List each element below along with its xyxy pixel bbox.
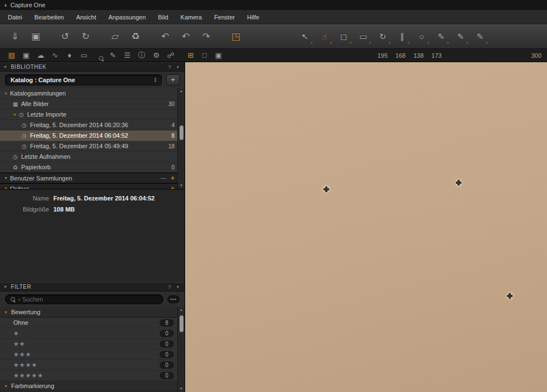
- scroll-thumb[interactable]: [180, 315, 183, 332]
- menu-item-ansicht[interactable]: Ansicht: [76, 14, 96, 21]
- menu-item-datei[interactable]: Datei: [8, 14, 22, 21]
- redo-icon[interactable]: ↻: [77, 31, 94, 42]
- adjustment-pen-tool-icon[interactable]: ✎▾: [471, 28, 489, 45]
- catalog-select[interactable]: Katalog : Capture One ▴▾: [5, 74, 162, 86]
- tree-scrollbar[interactable]: ▲ ▼: [177, 88, 185, 189]
- crop-tab-icon[interactable]: ▭: [78, 51, 90, 59]
- rating-filter-row[interactable]: ★★0: [0, 339, 177, 349]
- scroll-up-icon[interactable]: ▲: [180, 307, 183, 313]
- tree-item[interactable]: ◷Freitag, 5. Dezember 2014 06:20:364: [0, 120, 177, 130]
- rating-filter-row[interactable]: ★0: [0, 328, 177, 339]
- rating-filter-row[interactable]: ★★★★★0: [0, 370, 177, 381]
- rating-count: 8: [160, 319, 174, 326]
- clone-pen-tool-icon[interactable]: ✎▾: [451, 28, 470, 45]
- select-tool-icon[interactable]: ↖▾: [296, 28, 314, 45]
- disclosure-triangle-icon[interactable]: ▼: [4, 187, 10, 189]
- undo-icon[interactable]: ↺: [57, 31, 73, 42]
- rating-filter-row[interactable]: ★★★0: [0, 349, 177, 360]
- disclosure-triangle-icon[interactable]: ▼: [4, 176, 10, 180]
- pan-tool-icon[interactable]: ☝▾: [315, 28, 334, 45]
- grid-view-icon[interactable]: ⊞: [185, 51, 197, 59]
- add-collection-icon[interactable]: +: [171, 174, 175, 182]
- search-scope-icon[interactable]: ▾: [18, 298, 20, 301]
- filter-panel-header[interactable]: ▼ FILTER ? ▾: [0, 282, 185, 292]
- tree-item[interactable]: ♻Papierkorb0: [0, 162, 177, 173]
- rating-filter-row[interactable]: Ohne8: [0, 318, 177, 328]
- scroll-thumb[interactable]: [180, 125, 183, 140]
- delete-icon[interactable]: ♻: [127, 31, 144, 42]
- menu-item-bild[interactable]: Bild: [158, 14, 168, 21]
- search-row: ▾ •••: [0, 292, 185, 307]
- rating-filter-row[interactable]: ★★★★0: [0, 360, 177, 370]
- curves-tab-icon[interactable]: ∿: [49, 51, 61, 59]
- spot-tool-icon[interactable]: ○▾: [412, 28, 431, 45]
- apply-back-icon[interactable]: ↶: [177, 31, 194, 42]
- capture-icon[interactable]: ▣: [27, 31, 44, 42]
- scroll-down-icon[interactable]: ▼: [180, 183, 183, 189]
- color-tag-group-header[interactable]: ▼ Farbmarkierung: [0, 381, 177, 391]
- tree-item[interactable]: ▼◷Letzte Importe: [0, 109, 177, 120]
- straighten-tool-icon[interactable]: ∥▾: [393, 28, 411, 45]
- library-tab-icon[interactable]: ▤: [6, 51, 18, 59]
- heal-pen-tool-icon[interactable]: ✎▾: [432, 28, 450, 45]
- scroll-down-icon[interactable]: ▼: [180, 386, 183, 392]
- menu-item-anpassungen[interactable]: Anpassungen: [108, 14, 146, 21]
- apply-forward-icon[interactable]: ↷: [198, 31, 215, 42]
- remove-collection-icon[interactable]: —: [161, 185, 166, 189]
- open-folder-icon[interactable]: ▱: [107, 31, 123, 42]
- disclosure-triangle-icon[interactable]: ▼: [4, 92, 10, 96]
- crop-tool-icon[interactable]: ▭▾: [354, 28, 372, 45]
- copy-adjustments-icon[interactable]: ◳: [227, 31, 244, 42]
- menu-item-kamera[interactable]: Kamera: [181, 14, 202, 21]
- collection-section-benutzer-sammlungen[interactable]: ▼Benutzer Sammlungen—+: [0, 173, 177, 183]
- rating-group-header[interactable]: ▼ Bewertung: [0, 307, 177, 318]
- library-panel-header[interactable]: ▼ BIBLIOTHEK ? ▾: [0, 62, 185, 72]
- output-tab-icon[interactable]: ☍: [165, 51, 177, 59]
- color-tab-icon[interactable]: ♦: [63, 51, 76, 59]
- import-icon[interactable]: ⇓: [7, 31, 23, 42]
- tree-item[interactable]: ◷Letzte Aufnahmen: [0, 152, 177, 162]
- single-view-icon[interactable]: □: [198, 51, 211, 59]
- panel-menu-icon[interactable]: ▾: [177, 285, 179, 289]
- remove-collection-icon[interactable]: —: [161, 175, 166, 181]
- tool-caret-icon: ▾: [427, 41, 429, 44]
- item-count: 4: [168, 122, 175, 128]
- cloud-tab-icon[interactable]: ☁: [34, 51, 47, 59]
- proof-view-icon[interactable]: ▣: [212, 51, 225, 59]
- tree-item[interactable]: ◷Freitag, 5. Dezember 2014 05:49:4918: [0, 141, 177, 152]
- tree-item[interactable]: ◷Freitag, 5. Dezember 2014 06:04:528: [0, 130, 177, 141]
- search-options-button[interactable]: •••: [167, 295, 180, 303]
- scroll-track[interactable]: [178, 94, 185, 183]
- help-icon[interactable]: ?: [168, 64, 171, 70]
- scroll-track[interactable]: [178, 313, 185, 386]
- rating-scrollbar[interactable]: ▲ ▼: [177, 307, 185, 392]
- help-icon[interactable]: ?: [168, 284, 171, 290]
- search-input[interactable]: [22, 296, 158, 303]
- collapse-triangle-icon[interactable]: ▼: [3, 285, 7, 289]
- search-box[interactable]: ▾: [5, 294, 163, 304]
- tree-item[interactable]: ▦Alle Bilder30: [0, 99, 177, 109]
- mask-tool-icon[interactable]: ◻▾: [335, 28, 353, 45]
- info-tab-icon[interactable]: ⓘ: [136, 51, 148, 61]
- menu-item-hilfe[interactable]: Hilfe: [247, 14, 259, 21]
- tree-item[interactable]: ▼Katalogsammlungen: [0, 88, 177, 99]
- menu-item-bearbeiten[interactable]: Bearbeiten: [34, 14, 64, 21]
- add-catalog-button[interactable]: +: [166, 74, 180, 86]
- collection-section-ordner[interactable]: ▼Ordner—+: [0, 183, 177, 189]
- menu-item-fenster[interactable]: Fenster: [214, 14, 235, 21]
- collapse-triangle-icon[interactable]: ▼: [4, 310, 8, 314]
- adjustments-tab-icon[interactable]: ✎: [107, 51, 119, 59]
- disclosure-triangle-icon[interactable]: ▼: [13, 113, 19, 117]
- scroll-up-icon[interactable]: ▲: [180, 88, 183, 94]
- collapse-triangle-icon[interactable]: ▼: [4, 384, 8, 388]
- collapse-triangle-icon[interactable]: ▼: [3, 65, 7, 69]
- metadata-tab-icon[interactable]: ☰: [121, 51, 133, 59]
- select-stepper-icon[interactable]: ▴▾: [155, 77, 156, 83]
- capture-tab-icon[interactable]: ▣: [20, 51, 32, 59]
- add-collection-icon[interactable]: +: [171, 185, 175, 190]
- image-viewer[interactable]: [185, 62, 547, 392]
- reset-adjustments-icon[interactable]: ↶: [157, 31, 173, 42]
- settings-tab-icon[interactable]: ⚙: [150, 51, 162, 59]
- panel-menu-icon[interactable]: ▾: [177, 65, 179, 69]
- rotate-tool-icon[interactable]: ↻▾: [374, 28, 392, 45]
